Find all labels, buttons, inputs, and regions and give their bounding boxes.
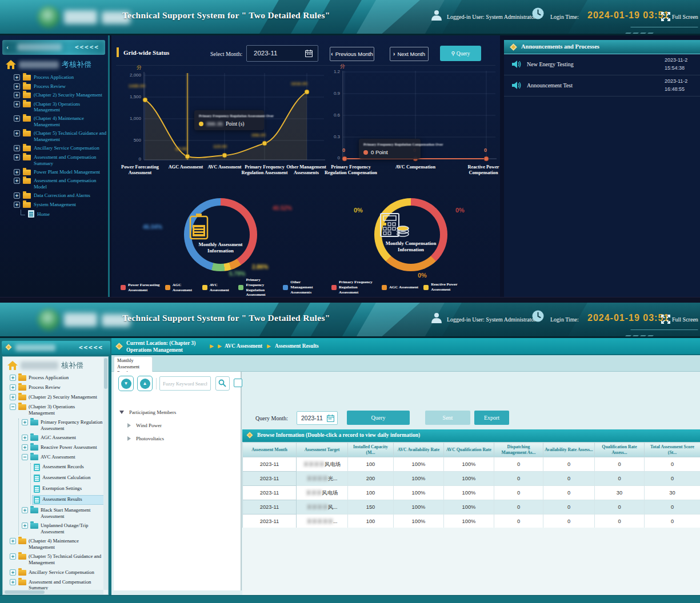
sidebar-item[interactable]: +(Chapter 5) Technical Guidance and Mana… [14,130,107,142]
expand-icon[interactable]: + [14,178,20,184]
fullscreen-label[interactable]: Full Screen [672,14,698,20]
column-header[interactable]: Installed Capacity (M... [348,443,394,457]
table-row[interactable]: 2023-11某某某某风...150100%100%0000 [243,500,700,514]
collapse-icon[interactable]: − [22,454,28,460]
expand-icon[interactable]: + [14,74,20,81]
table-row[interactable]: 2023-11某某某某风电场100100%100%0000 [243,457,700,472]
expand-icon[interactable]: + [10,579,16,585]
tree-item[interactable]: Exemption Settings [33,485,108,493]
tree-item-photovoltaics[interactable]: Photovoltaics [119,436,176,441]
sidebar-item[interactable]: +Power Plant Model Management [14,169,107,175]
expand-icon[interactable]: + [10,538,16,544]
sidebar-item[interactable]: +(Chapter 2) Security Management [14,92,107,98]
sent-button[interactable]: Sent [425,411,470,425]
expand-icon[interactable]: + [22,419,28,425]
expand-icon[interactable]: + [10,394,16,400]
previous-month-button[interactable]: ‹Previous Month [330,47,374,61]
collapse-back-icon[interactable]: ‹ [6,43,9,51]
fullscreen-icon[interactable] [661,315,670,324]
tree-item[interactable]: +Process Application [9,374,108,381]
collapse-all-button[interactable]: ▼ [118,376,134,391]
fuzzy-search-input[interactable] [159,376,211,391]
expand-icon[interactable]: + [14,115,20,122]
sidebar-item[interactable]: +Assessment and Compensation Model [14,178,107,190]
expand-icon[interactable]: + [14,83,20,90]
tree-item[interactable]: +(Chapter 4) Maintenance Management [9,537,108,550]
sidebar-item[interactable]: +System Management [14,202,107,208]
sidebar-collapse-bar[interactable]: <<<<< [2,341,110,355]
export-button[interactable]: Export [474,411,509,425]
expand-icon[interactable]: + [14,145,20,151]
tree-item[interactable]: +AGC Assessment [21,434,108,441]
tree-item[interactable]: +Process Review [9,384,108,391]
sidebar-item[interactable]: +Ancillary Service Compensation [14,145,107,151]
sidebar-item[interactable]: +(Chapter 3) Operations Management [14,101,107,113]
sidebar-item[interactable]: +Process Review [14,83,107,90]
sidebar-item[interactable]: +(Chapter 4) Maintenance Management [14,115,107,127]
column-header[interactable]: Assessment Month [243,443,297,457]
column-header[interactable]: Assessment Target [297,443,348,457]
expand-icon[interactable]: + [14,154,20,160]
table-row[interactable]: 2023-11某某某某光...200100%100%0000 [243,472,700,486]
column-header[interactable]: AVC Availability Rate [394,443,444,457]
table-row[interactable]: 2023-11某某某某某...100100%100%0000 [243,514,700,529]
sidebar-item-home[interactable]: Home [21,210,107,218]
column-header[interactable]: Availability Rate Assess... [543,443,595,457]
vertical-scrollbar[interactable] [103,357,108,590]
expand-icon[interactable]: + [14,101,20,107]
tab-monthly-assessment-results[interactable]: MonthlyAssessment Results [114,356,153,372]
announcement-item[interactable]: New Energy Testing2023-11-215:54:38 [504,54,700,75]
expand-all-button[interactable]: ▲ [137,376,153,391]
tree-item[interactable]: +Primary Frequency Regulation Assessment [21,419,108,432]
column-header[interactable]: Qualification Rate Assess... [595,443,645,457]
tree-item[interactable]: Assessment Records [33,463,108,472]
breadcrumb-item[interactable]: AVC Assessment [225,343,262,349]
expand-icon[interactable]: + [14,92,20,98]
tree-item[interactable]: −AVC Assessment [21,453,108,461]
column-header[interactable]: Dispatching Management As... [494,443,543,457]
expand-icon[interactable]: + [22,435,28,441]
triangle-down-icon[interactable] [119,411,124,414]
collapse-arrows-icon[interactable]: <<<<< [75,43,99,51]
expand-icon[interactable]: + [10,384,16,391]
fullscreen-icon[interactable] [661,12,670,21]
query-button[interactable]: Query [347,411,410,425]
triangle-right-icon[interactable] [127,436,131,441]
tree-item[interactable]: +(Chapter 5) Technical Guidance and Mana… [9,553,108,566]
expand-icon[interactable]: + [10,375,16,381]
expand-icon[interactable]: + [10,569,16,576]
query-month-input[interactable]: 2023-11 [297,411,338,425]
expand-icon[interactable]: + [14,192,20,199]
next-month-button[interactable]: ›Next Month [390,47,429,61]
select-month-input[interactable]: 2023-11 [246,45,318,62]
breadcrumb-item[interactable]: Assessment Results [275,343,319,349]
tree-item[interactable]: Assessment Results [33,496,108,504]
search-button[interactable] [215,376,230,391]
sidebar-item[interactable]: +Assessment and Compensation Summary [14,154,107,166]
tree-item-wind-power[interactable]: Wind Power [119,423,176,428]
announcement-item[interactable]: Announcement Test2023-11-216:48:55 [504,75,700,97]
horizontal-scrollbar[interactable] [3,590,103,594]
tree-item-participating-members[interactable]: Participating Members [119,409,176,415]
tree-item[interactable]: Assessment Calculation [33,474,108,483]
tree-item[interactable]: +Reactive Power Assessment [21,444,108,451]
column-header[interactable]: Total Assessment Score (St... [645,443,700,457]
sidebar-item[interactable]: +Process Application [14,74,107,81]
sidebar-root-node[interactable]: 考核补偿 [6,59,91,70]
sidebar-collapse-bar[interactable]: ‹ <<<<< [2,40,105,55]
sidebar-root-node[interactable]: 核补偿 [7,360,108,371]
expand-icon[interactable]: + [14,202,20,208]
tree-item[interactable]: +Black Start Management Assessment [21,506,108,520]
expand-icon[interactable]: + [22,444,28,451]
fullscreen-label[interactable]: Full Screen [672,316,698,323]
table-row[interactable]: 2023-11某某某风电场100100%100%003030 [243,486,700,500]
sidebar-item[interactable]: +Data Correction and Alarms [14,192,107,199]
expand-icon[interactable]: + [22,522,28,529]
tree-item[interactable]: −(Chapter 3) Operations Management [9,403,108,416]
tree-item[interactable]: +Unplanned Outage/Trip Assessment [21,522,108,535]
column-header[interactable]: AVC Qualification Rate [444,443,494,457]
expand-icon[interactable]: + [14,130,20,136]
tree-item[interactable]: +(Chapter 2) Security Management [9,393,108,401]
expand-icon[interactable]: + [14,169,20,175]
expand-icon[interactable]: + [10,553,16,560]
